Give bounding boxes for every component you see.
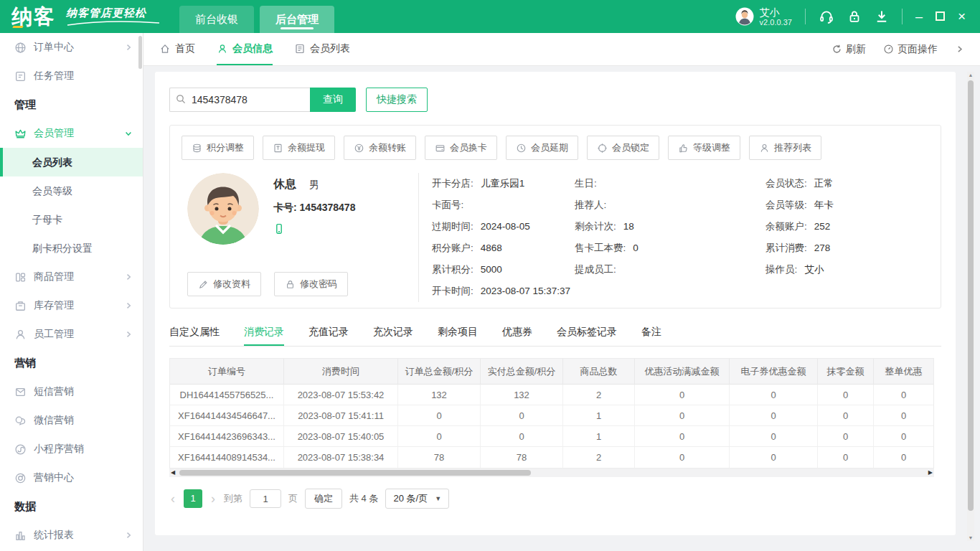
prev-page-button[interactable]: ‹ (169, 492, 176, 505)
sidebar-item-member-mgmt[interactable]: 会员管理 (0, 119, 143, 148)
member-avatar (187, 173, 259, 245)
titlebar-divider (805, 9, 806, 24)
lock-screen-icon[interactable] (847, 9, 862, 24)
sidebar-item-sms-marketing[interactable]: 短信营销 (0, 377, 143, 406)
edit-password-button[interactable]: 修改密码 (274, 272, 348, 296)
page-ops-button[interactable]: 页面操作 (883, 43, 938, 56)
globe-icon (14, 42, 27, 54)
search-input[interactable] (169, 88, 310, 112)
sidebar-label: 会员管理 (34, 127, 74, 140)
member-lock-button[interactable]: 会员锁定 (587, 136, 659, 160)
next-page-button[interactable]: › (209, 492, 217, 505)
sidebar-item-inventory-mgmt[interactable]: 库存管理 (0, 291, 143, 320)
support-icon[interactable] (819, 9, 834, 24)
refresh-icon (831, 44, 842, 55)
scroll-down-arrow-icon[interactable]: ▼ (967, 535, 974, 540)
page-number-button[interactable]: 1 (184, 489, 202, 508)
record-tab-bar: 自定义属性 消费记录 充值记录 充次记录 剩余项目 优惠券 会员标签记录 备注 (169, 319, 941, 347)
sidebar-item-order-center[interactable]: 订单中心 (0, 33, 143, 62)
tab-times-recharge-records[interactable]: 充次记录 (373, 319, 413, 346)
sidebar-item-wechat-marketing[interactable]: 微信营销 (0, 406, 143, 435)
sidebar-item-parent-child-card[interactable]: 子母卡 (0, 205, 143, 234)
app-window: 纳客 纳客管店更轻松 前台收银 后台管理 艾小 v2.0.0.37 (0, 0, 980, 551)
tab-home[interactable]: 首页 (159, 33, 195, 65)
quick-search-button[interactable]: 快捷搜索 (366, 88, 428, 112)
table-horizontal-scrollbar[interactable]: ◀ ▶ (169, 468, 934, 477)
tab-custom-attrs[interactable]: 自定义属性 (169, 319, 220, 346)
pagination: ‹ 1 › 到第 页 确定 共 4 条 20 条/页 ▼ (169, 489, 941, 509)
query-button[interactable]: 查询 (310, 88, 356, 112)
confirm-button[interactable]: 确定 (305, 489, 342, 509)
main-vertical-scrollbar[interactable]: ▲ ▼ (967, 72, 974, 541)
search-row: 查询 快捷搜索 (169, 88, 941, 112)
field-expire-time: 过期时间:2024-08-05 (432, 216, 575, 237)
tab-backend-admin[interactable]: 后台管理 (260, 6, 334, 33)
field-operator: 操作员:艾小 (765, 259, 929, 281)
sidebar-label: 任务管理 (34, 70, 74, 83)
titlebar: 纳客 纳客管店更轻松 前台收银 后台管理 艾小 v2.0.0.37 (0, 0, 980, 33)
goto-page-input[interactable] (250, 489, 281, 508)
edit-password-label: 修改密码 (300, 278, 337, 291)
scroll-up-arrow-icon[interactable]: ▲ (967, 72, 974, 77)
sidebar-item-miniprogram-marketing[interactable]: 小程序营销 (0, 435, 143, 463)
referral-list-button[interactable]: 推荐列表 (749, 136, 821, 160)
bar-chart-icon (14, 529, 27, 542)
close-button[interactable]: × (958, 11, 966, 22)
tab-coupons[interactable]: 优惠券 (502, 319, 532, 346)
change-card-button[interactable]: 会员换卡 (425, 136, 497, 160)
tab-home-label: 首页 (175, 42, 195, 55)
sidebar-item-task-mgmt[interactable]: 任务管理 (0, 62, 143, 90)
horizontal-scroll-thumb[interactable] (179, 470, 531, 476)
tab-remaining-items[interactable]: 剩余项目 (438, 319, 478, 346)
download-icon[interactable] (875, 9, 889, 24)
member-extend-button[interactable]: 会员延期 (506, 136, 578, 160)
sidebar-item-reports[interactable]: 统计报表 (0, 521, 143, 550)
tab-member-list[interactable]: 会员列表 (294, 33, 350, 65)
caret-down-icon: ▼ (435, 495, 441, 502)
sidebar-item-staff-mgmt[interactable]: 员工管理 (0, 320, 143, 349)
goto-label: 到第 (224, 492, 242, 505)
titlebar-tabs: 前台收银 后台管理 (179, 0, 334, 33)
staff-icon (14, 329, 27, 341)
field-remain-times: 剩余计次:18 (575, 216, 765, 237)
vertical-scroll-thumb[interactable] (968, 80, 974, 511)
sidebar-scrollbar[interactable] (138, 36, 142, 69)
page-size-select[interactable]: 20 条/页 ▼ (385, 489, 449, 509)
tab-front-cashier[interactable]: 前台收银 (179, 6, 254, 33)
tab-remarks[interactable]: 备注 (641, 319, 661, 346)
sidebar-item-member-list[interactable]: 会员列表 (0, 148, 143, 176)
minimize-button[interactable]: – (915, 11, 923, 22)
chevron-right-icon (124, 301, 133, 310)
sidebar-label: 库存管理 (34, 299, 74, 312)
tab-consume-records[interactable]: 消费记录 (244, 319, 284, 346)
scroll-right-arrow-icon[interactable]: ▶ (928, 468, 933, 477)
sidebar-section-data: 数据 (0, 492, 143, 521)
coins-icon (192, 143, 202, 154)
scroll-left-arrow-icon[interactable]: ◀ (171, 468, 175, 477)
search-box (169, 88, 310, 112)
balance-withdraw-button[interactable]: 余额提现 (263, 136, 335, 160)
chevron-right-icon[interactable] (955, 44, 964, 54)
sidebar-item-marketing-center[interactable]: 营销中心 (0, 463, 143, 492)
tab-back-label: 后台管理 (275, 13, 319, 25)
tab-member-info[interactable]: 会员信息 (217, 33, 273, 65)
yen-circle-icon (354, 143, 364, 154)
points-adjust-button[interactable]: 积分调整 (182, 136, 254, 160)
member-name: 休息 (273, 177, 296, 192)
tab-recharge-records[interactable]: 充值记录 (308, 319, 349, 346)
sidebar-item-member-level[interactable]: 会员等级 (0, 176, 143, 205)
tab-member-tag-records[interactable]: 会员标签记录 (557, 319, 617, 346)
user-info[interactable]: 艾小 v2.0.0.37 (735, 6, 792, 27)
phone-icon[interactable] (273, 223, 355, 235)
maximize-button[interactable] (936, 11, 945, 21)
page-tab-bar: 首页 会员信息 会员列表 刷新 页面操作 (143, 33, 980, 66)
level-adjust-button[interactable]: 等级调整 (668, 136, 740, 160)
balance-transfer-button[interactable]: 余额转账 (344, 136, 416, 160)
edit-profile-button[interactable]: 修改资料 (187, 272, 261, 296)
sidebar-item-swipe-points[interactable]: 刷卡积分设置 (0, 234, 143, 263)
info-column-1: 开卡分店:儿童乐园1 卡面号: 过期时间:2024-08-05 积分账户:486… (432, 171, 575, 303)
sidebar-item-goods-mgmt[interactable]: 商品管理 (0, 263, 143, 291)
field-birthday: 生日: (575, 173, 765, 194)
field-total-consume: 累计消费:278 (765, 237, 929, 259)
refresh-button[interactable]: 刷新 (831, 43, 866, 56)
